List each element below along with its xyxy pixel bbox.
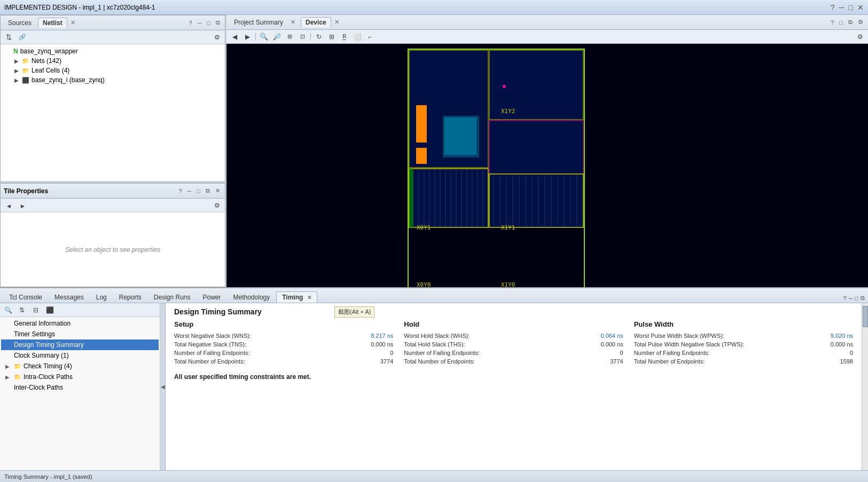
device-float-btn[interactable]: ⧉ — [847, 18, 854, 26]
console-help-btn[interactable]: ? — [843, 295, 846, 302]
route-btn[interactable]: R̲ — [339, 31, 350, 42]
rotate-btn[interactable]: ↻ — [313, 31, 325, 42]
tab-messages[interactable]: Messages — [49, 291, 90, 303]
grid-btn[interactable]: ⊞ — [326, 31, 338, 42]
tab-timing[interactable]: Timing ✕ — [276, 291, 317, 303]
hold-row-ths: Total Hold Slack (THS): 0.000 ns — [404, 341, 623, 347]
netlist-tree-content: N base_zynq_wrapper ▶ 📁 Nets (142) ▶ 📁 L… — [1, 44, 225, 181]
device-toolbar: ◀ ▶ 🔍 🔎 ⊞ ⊡ ↻ ⊞ R̲ ⬜ ⌐ ⚙ — [226, 30, 868, 44]
tooltip-text: 截图(Alt + A) — [338, 309, 371, 315]
maximize-btn[interactable]: □ — [849, 3, 853, 12]
console-maximize-btn[interactable]: □ — [855, 295, 858, 302]
sources-float-btn[interactable]: ⧉ — [214, 19, 222, 27]
close-btn[interactable]: ✕ — [857, 3, 864, 12]
svg-text:X1Y2: X1Y2 — [501, 108, 515, 115]
tab-power[interactable]: Power — [197, 291, 227, 303]
gear-icon — [214, 34, 220, 41]
device-maximize-btn[interactable]: □ — [838, 19, 844, 26]
device-help-btn[interactable]: ? — [829, 19, 835, 26]
hold-row-whs: Worst Hold Slack (WHS): 0.064 ns — [404, 333, 623, 339]
tree-expand-zynq: ▶ — [13, 77, 20, 83]
window-controls[interactable]: ? ─ □ ✕ — [831, 3, 864, 12]
nav-fwd-btn[interactable]: ▶ — [241, 31, 253, 42]
timing-sidebar: 🔍 ⇅ ⊟ ⬛ General Information Timer Settin… — [0, 303, 160, 470]
tab-reports[interactable]: Reports — [113, 291, 147, 303]
sidebar-collapse-handle[interactable]: ◀ — [160, 303, 166, 470]
tree-item-wrapper[interactable]: N base_zynq_wrapper — [3, 46, 223, 56]
tile-close-btn[interactable]: ✕ — [214, 187, 222, 195]
pulse-value-total: 1598 — [821, 358, 853, 365]
tile-float-btn[interactable]: ⧉ — [204, 187, 212, 195]
hold-label-whs: Worst Hold Slack (WHS): — [404, 333, 470, 339]
console-float-btn[interactable]: ⧉ — [861, 295, 865, 302]
pulse-label-failing: Number of Failing Endpoints: — [634, 350, 710, 356]
sidebar-expand-btn[interactable]: ⇅ — [16, 305, 28, 315]
minimize-btn[interactable]: ─ — [839, 3, 844, 12]
select-btn[interactable]: ⬜ — [351, 31, 363, 42]
link-btn[interactable]: 🔗 — [17, 32, 28, 43]
sidebar-item-clock-summary[interactable]: Clock Summary (1) — [1, 350, 159, 361]
zoom-in-btn[interactable]: 🔍 — [258, 31, 270, 42]
tab-design-runs[interactable]: Design Runs — [148, 291, 197, 303]
tab-tcl-console[interactable]: Tcl Console — [3, 291, 48, 303]
sidebar-collapse-btn[interactable]: ⊟ — [30, 305, 42, 315]
pulse-row-failing: Number of Failing Endpoints: 0 — [634, 350, 853, 356]
tile-minimize-btn[interactable]: ─ — [186, 187, 193, 195]
sidebar-item-check-timing[interactable]: ▶ 📁 Check Timing (4) — [1, 361, 159, 372]
folder-icon-nets: 📁 — [22, 58, 29, 65]
tree-item-base-zynq[interactable]: ▶ ⬛ base_zynq_i (base_zynq) — [3, 75, 223, 85]
device-settings-btn[interactable]: ⚙ — [856, 18, 865, 26]
fit-selection-btn[interactable]: ⊡ — [296, 31, 308, 42]
svg-rect-5 — [409, 169, 488, 227]
device-settings-toolbar-btn[interactable]: ⚙ — [854, 31, 866, 42]
tile-panel-controls: ? ─ □ ⧉ ✕ — [177, 187, 222, 195]
sidebar-label-inter-clock: Inter-Clock Paths — [14, 384, 63, 391]
fit-btn[interactable]: ⊞ — [284, 31, 295, 42]
svg-text:X1Y0: X1Y0 — [501, 281, 515, 287]
tab-log[interactable]: Log — [90, 291, 113, 303]
expand-all-btn[interactable]: ⇅ — [3, 32, 14, 43]
sidebar-item-inter-clock[interactable]: Inter-Clock Paths — [1, 382, 159, 393]
tile-back-btn[interactable] — [3, 200, 14, 211]
svg-rect-41 — [409, 169, 413, 227]
tree-label-zynq: base_zynq_i (base_zynq) — [32, 76, 105, 84]
tab-project-summary[interactable]: Project Summary — [230, 18, 287, 27]
scroll-thumb[interactable] — [863, 306, 868, 327]
tab-device[interactable]: Device — [301, 17, 331, 27]
tile-fwd-btn[interactable] — [17, 200, 28, 211]
project-tab-close[interactable]: ✕ — [290, 19, 296, 26]
sidebar-label-check-timing: Check Timing (4) — [24, 362, 72, 370]
sidebar-stop-btn[interactable]: ⬛ — [44, 305, 56, 315]
help-btn[interactable]: ? — [831, 3, 835, 12]
sources-minimize-btn[interactable]: ─ — [196, 19, 204, 27]
status-text: Timing Summary - impl_1 (saved) — [4, 473, 92, 480]
pulse-value-failing: 0 — [821, 350, 853, 356]
tab-netlist[interactable]: Netlist — [38, 18, 67, 28]
nav-back-btn[interactable]: ◀ — [229, 31, 240, 42]
sidebar-item-timer-settings[interactable]: Timer Settings — [1, 329, 159, 339]
netlist-settings-btn[interactable] — [211, 32, 223, 43]
zoom-out-btn[interactable]: 🔎 — [271, 31, 283, 42]
rubber-btn[interactable]: ⌐ — [364, 31, 376, 42]
tab-methodology[interactable]: Methodology — [228, 291, 276, 303]
timing-tree: General Information Timer Settings Desig… — [0, 317, 160, 470]
device-tab-close[interactable]: ✕ — [333, 19, 340, 26]
timing-tab-close[interactable]: ✕ — [307, 295, 311, 301]
sidebar-item-intra-clock[interactable]: ▶ 📁 Intra-Clock Paths — [1, 372, 159, 382]
tab-sources[interactable]: Sources — [4, 18, 36, 28]
tile-help-btn[interactable]: ? — [177, 187, 183, 195]
tree-label-leafcells: Leaf Cells (4) — [32, 67, 69, 74]
sidebar-item-design-timing[interactable]: Design Timing Summary — [1, 339, 159, 350]
tile-settings-btn[interactable] — [211, 200, 223, 211]
sidebar-item-general-info[interactable]: General Information — [1, 318, 159, 329]
sources-help-btn[interactable]: ? — [187, 19, 193, 27]
timing-scrollbar[interactable] — [862, 303, 868, 470]
sources-maximize-btn[interactable]: □ — [205, 19, 212, 27]
sidebar-search-btn[interactable]: 🔍 — [2, 305, 14, 315]
console-minimize-btn[interactable]: ─ — [849, 295, 853, 302]
tree-item-nets[interactable]: ▶ 📁 Nets (142) — [3, 56, 223, 66]
netlist-tab-close[interactable]: ✕ — [69, 19, 76, 26]
tree-item-leafcells[interactable]: ▶ 📁 Leaf Cells (4) — [3, 66, 223, 75]
tile-maximize-btn[interactable]: □ — [195, 187, 202, 195]
pulse-row-wpws: Worst Pulse Width Slack (WPWS): 9.020 ns — [634, 333, 853, 339]
